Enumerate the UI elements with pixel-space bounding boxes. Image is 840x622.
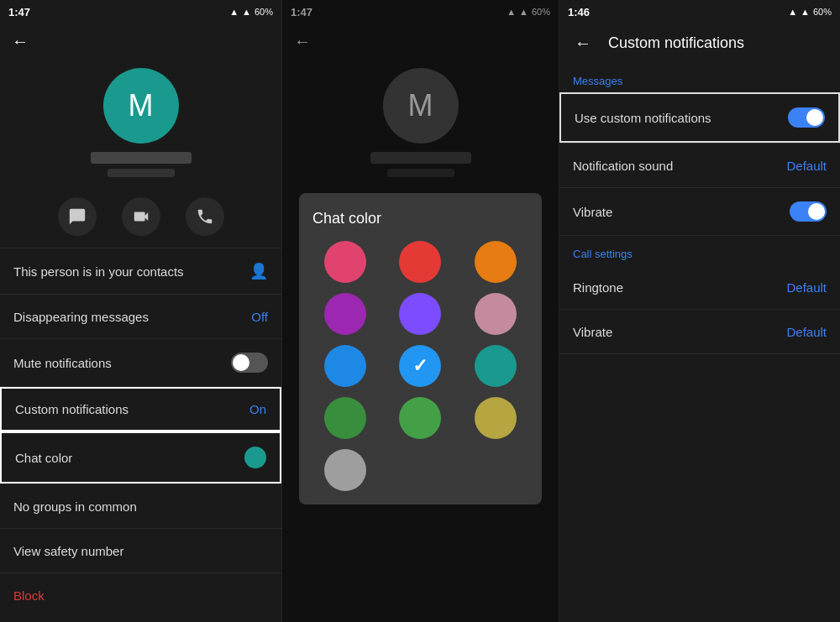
custom-notifications-header: ← Custom notifications (559, 24, 840, 63)
call-settings-label: Call settings (559, 236, 840, 265)
vibrate-messages-toggle[interactable] (790, 201, 827, 222)
no-groups-item: No groups in common (0, 484, 281, 528)
ringtone-row[interactable]: Ringtone Default (559, 265, 840, 309)
disappearing-label: Disappearing messages (13, 310, 149, 324)
subtitle-placeholder-1 (108, 169, 175, 177)
notification-sound-label: Notification sound (573, 159, 673, 173)
color-option-blue1[interactable] (324, 345, 366, 387)
message-icon (68, 207, 87, 226)
chat-color-item[interactable]: Chat color (0, 431, 281, 483)
disappearing-value: Off (251, 310, 268, 324)
video-button[interactable] (122, 197, 160, 236)
vibrate-messages-label: Vibrate (573, 205, 612, 219)
notification-sound-row[interactable]: Notification sound Default (559, 144, 840, 187)
contacts-label: This person is in your contacts (13, 264, 184, 279)
color-option-gold[interactable] (475, 397, 517, 439)
safety-number-label: View safety number (13, 544, 123, 558)
panel-contact-info: 1:47 ▲ ▲ 60% ← M This person is in your … (0, 0, 282, 622)
mute-label: Mute notifications (13, 356, 112, 370)
battery-1: 60% (255, 7, 273, 17)
phone-button[interactable] (186, 197, 224, 236)
custom-notifications-item[interactable]: Custom notifications On (0, 387, 281, 431)
color-option-darkgreen[interactable] (324, 397, 366, 439)
chat-color-dot (244, 447, 266, 468)
no-groups-label: No groups in common (13, 499, 137, 514)
battery-3: 60% (813, 7, 832, 17)
disappearing-item[interactable]: Disappearing messages Off (0, 295, 281, 338)
action-buttons-1 (0, 189, 281, 248)
block-item[interactable]: Block (0, 573, 281, 617)
contacts-item[interactable]: This person is in your contacts 👤 (0, 248, 281, 294)
color-option-violet[interactable] (399, 293, 441, 335)
mute-toggle-knob (233, 354, 249, 371)
color-option-pink[interactable] (324, 241, 366, 283)
ringtone-value: Default (786, 280, 827, 295)
back-button-1[interactable]: ← (0, 24, 281, 60)
page-title-3: Custom notifications (608, 34, 744, 52)
status-bar-3: 1:46 ▲ ▲ 60% (559, 0, 840, 24)
avatar-section-1: M (0, 60, 281, 189)
color-option-red[interactable] (399, 241, 441, 283)
vibrate-messages-toggle-knob (808, 203, 825, 220)
color-grid (312, 241, 528, 491)
color-picker-title: Chat color (312, 210, 528, 227)
color-option-blue2-selected[interactable] (399, 345, 441, 387)
messages-section-label: Messages (559, 63, 840, 92)
color-option-mauve[interactable] (475, 293, 517, 335)
time-3: 1:46 (568, 6, 590, 18)
use-custom-row[interactable]: Use custom notifications (559, 92, 840, 143)
name-placeholder-1 (91, 152, 192, 164)
message-button[interactable] (58, 197, 97, 236)
color-option-gray[interactable] (324, 449, 366, 491)
vibrate-calls-row[interactable]: Vibrate Default (559, 310, 840, 353)
color-picker-modal: Chat color (299, 193, 542, 504)
signal-icon-3: ▲ (801, 7, 810, 17)
use-custom-toggle-knob (806, 109, 823, 126)
time-1: 1:47 (8, 6, 30, 18)
chat-color-label: Chat color (15, 451, 72, 465)
back-button-3[interactable]: ← (571, 30, 595, 56)
mute-toggle[interactable] (231, 353, 268, 373)
vibrate-calls-value: Default (786, 325, 827, 339)
video-icon (132, 207, 150, 226)
safety-number-item[interactable]: View safety number (0, 529, 281, 572)
use-custom-toggle[interactable] (788, 107, 825, 128)
color-option-purple[interactable] (324, 293, 366, 335)
wifi-icon: ▲ (229, 7, 239, 17)
color-option-orange[interactable] (475, 241, 517, 283)
wifi-icon-3: ▲ (788, 7, 797, 17)
status-icons-3: ▲ ▲ 60% (788, 7, 832, 17)
use-custom-label: Use custom notifications (575, 111, 711, 125)
panel-custom-notifications: 1:46 ▲ ▲ 60% ← Custom notifications Mess… (559, 0, 840, 622)
signal-icon: ▲ (242, 7, 251, 17)
vibrate-calls-label: Vibrate (573, 325, 612, 339)
color-option-green[interactable] (399, 397, 441, 439)
ringtone-label: Ringtone (573, 280, 623, 295)
color-option-teal[interactable] (475, 345, 517, 387)
vibrate-messages-row[interactable]: Vibrate (559, 188, 840, 235)
status-bar-1: 1:47 ▲ ▲ 60% (0, 0, 281, 24)
custom-notifications-label: Custom notifications (15, 402, 129, 416)
panel-contact-info-2: 1:47 ▲ ▲ 60% ← M Chat color (282, 0, 559, 622)
mute-item[interactable]: Mute notifications (0, 339, 281, 386)
avatar-1: M (103, 68, 179, 144)
custom-notifications-value: On (249, 402, 266, 416)
status-icons-1: ▲ ▲ 60% (229, 7, 273, 17)
phone-icon (196, 207, 214, 226)
notification-sound-value: Default (786, 159, 827, 173)
block-label: Block (13, 588, 45, 603)
person-icon: 👤 (249, 262, 268, 280)
